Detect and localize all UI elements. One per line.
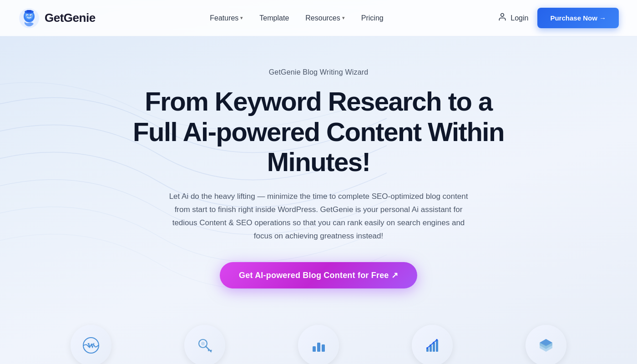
hero-description: Let Ai do the heavy lifting — minimize t… (164, 190, 473, 243)
hero-title: From Keyword Research to a Full Ai-power… (132, 86, 505, 177)
svg-rect-22 (433, 343, 435, 352)
feature-icon-wrap-wordpress: W (71, 325, 111, 364)
layers-icon (537, 336, 555, 354)
features-chevron-icon: ▾ (240, 15, 243, 21)
nav-template[interactable]: Template (259, 14, 289, 22)
cta-button[interactable]: Get AI-powered Blog Content for Free ↗ (220, 262, 417, 288)
nav-features[interactable]: Features ▾ (210, 14, 243, 22)
feature-icon-wrap-serp (298, 325, 339, 364)
feature-wordpress: W WordPress-ready Workflow & Full-fledge… (48, 325, 134, 364)
svg-point-5 (27, 15, 28, 15)
chart-bar-icon (309, 336, 328, 354)
feature-serp: SERP Competitor & Forum Question Analysi… (275, 325, 362, 364)
svg-rect-23 (436, 340, 438, 352)
nav-links: Features ▾ Template Resources ▾ Pricing (210, 14, 383, 22)
svg-rect-19 (322, 344, 325, 352)
nav-pricing[interactable]: Pricing (361, 14, 384, 22)
svg-point-13 (201, 342, 205, 345)
svg-point-25 (430, 344, 431, 346)
nav-resources[interactable]: Resources ▾ (305, 14, 344, 22)
purchase-button[interactable]: Purchase Now → (537, 8, 619, 28)
navbar: GetGenie Features ▾ Template Resources ▾… (0, 0, 637, 36)
feature-templates: 30+ Ai Templates & Workflows at Disposal (503, 325, 589, 364)
svg-point-6 (31, 15, 32, 15)
logo-icon (18, 7, 40, 29)
feature-icon-wrap-nlp (184, 325, 225, 364)
svg-point-26 (433, 342, 435, 344)
nav-right: Login Purchase Now → (498, 8, 619, 28)
features-row: W WordPress-ready Workflow & Full-fledge… (0, 307, 637, 364)
svg-point-9 (501, 14, 504, 17)
hero-subtitle: GetGenie Blog Writing Wizard (269, 68, 369, 76)
svg-rect-8 (27, 10, 31, 12)
svg-text:W: W (87, 342, 95, 349)
svg-point-24 (426, 347, 428, 349)
resources-chevron-icon: ▾ (342, 15, 345, 21)
person-icon (498, 12, 507, 24)
svg-rect-18 (317, 343, 320, 352)
feature-icon-wrap-content-score (412, 325, 453, 364)
login-button[interactable]: Login (498, 12, 528, 24)
key-icon (196, 336, 214, 354)
feature-content-score: Content Score with Competitor H2H Compar… (389, 325, 475, 364)
hero-section: GetGenie Blog Writing Wizard From Keywor… (0, 36, 637, 307)
svg-point-27 (436, 339, 438, 341)
svg-rect-17 (313, 346, 316, 352)
feature-icon-wrap-templates (526, 325, 566, 364)
brand-name: GetGenie (45, 11, 96, 25)
logo-area[interactable]: GetGenie (18, 7, 96, 29)
chart-trend-icon (423, 336, 441, 354)
wordpress-icon: W (82, 336, 100, 354)
feature-nlp: NLP & SERP-relevant Ai-filtered Keywords (162, 325, 248, 364)
